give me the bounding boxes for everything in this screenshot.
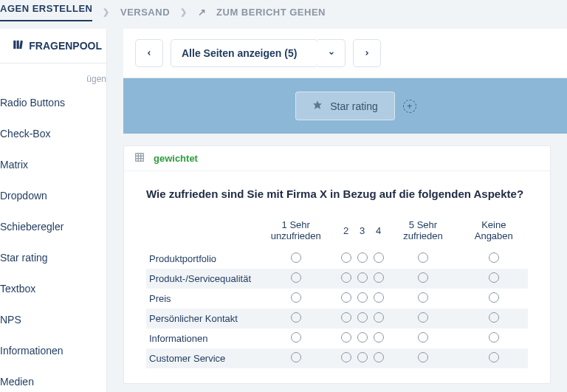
question-header: gewichtet xyxy=(124,146,550,171)
sidebar-item-nps[interactable]: NPS xyxy=(0,304,106,335)
matrix-row: Produktportfolio xyxy=(146,249,528,269)
sidebar-item-label: Check-Box xyxy=(0,128,50,140)
sidebar-item-textbox[interactable]: Textbox xyxy=(0,273,106,304)
matrix-row-label: Informationen xyxy=(146,329,254,348)
add-question-icon[interactable]: + xyxy=(403,100,416,113)
svg-rect-1 xyxy=(17,41,19,49)
matrix-radio[interactable] xyxy=(291,272,301,283)
matrix-radio[interactable] xyxy=(341,352,351,362)
matrix-radio[interactable] xyxy=(357,272,368,283)
matrix-col-header: Keine Angaben xyxy=(460,215,528,249)
matrix-radio[interactable] xyxy=(357,292,368,303)
matrix-col-header: 4 xyxy=(371,215,387,249)
matrix-radio[interactable] xyxy=(489,292,499,303)
matrix-radio[interactable] xyxy=(357,332,368,343)
insert-question-band: Star rating + xyxy=(123,78,567,134)
matrix-row: Persönlicher Kontakt xyxy=(146,309,528,329)
breadcrumb-create[interactable]: AGEN ERSTELLEN xyxy=(0,3,92,21)
question-pool-icon xyxy=(13,39,24,52)
matrix-radio[interactable] xyxy=(341,252,351,263)
sidebar-title: FRAGENPOOL xyxy=(29,40,102,52)
prev-page-button[interactable] xyxy=(135,39,163,67)
matrix-radio[interactable] xyxy=(374,252,384,263)
sidebar: FRAGENPOOL ügen Radio Buttons Check-Box … xyxy=(0,29,107,392)
breadcrumb-send[interactable]: VERSAND xyxy=(120,7,170,18)
matrix-table: 1 Sehr unzufrieden 2 3 4 5 Sehr zufriede… xyxy=(146,215,528,368)
breadcrumb-report[interactable]: ZUM BERICHT GEHEN xyxy=(216,7,326,18)
sidebar-item-informationen[interactable]: Informationen xyxy=(0,335,106,366)
next-page-button[interactable] xyxy=(353,39,381,67)
sidebar-item-check-box[interactable]: Check-Box xyxy=(0,118,106,149)
matrix-row-label: Produktportfolio xyxy=(146,249,254,269)
matrix-radio[interactable] xyxy=(374,332,384,343)
matrix-radio[interactable] xyxy=(291,352,301,362)
sidebar-item-label: NPS xyxy=(0,314,21,326)
matrix-col-header: 3 xyxy=(354,215,371,249)
matrix-radio[interactable] xyxy=(357,252,368,263)
matrix-radio[interactable] xyxy=(341,272,351,283)
matrix-radio[interactable] xyxy=(489,272,499,283)
matrix-radio[interactable] xyxy=(418,312,428,323)
sidebar-section-label: ügen xyxy=(0,63,106,87)
sidebar-list: Radio Buttons Check-Box Matrix Dropdown … xyxy=(0,87,106,392)
sidebar-item-label: Schieberegler xyxy=(0,221,63,233)
matrix-radio[interactable] xyxy=(374,272,384,283)
matrix-row: Informationen xyxy=(146,329,528,348)
matrix-row: Customer Service xyxy=(146,348,528,368)
matrix-radio[interactable] xyxy=(418,332,428,343)
star-rating-pill[interactable]: Star rating + xyxy=(295,92,395,120)
svg-rect-0 xyxy=(13,41,16,49)
matrix-radio[interactable] xyxy=(291,252,301,263)
matrix-radio[interactable] xyxy=(374,292,384,303)
matrix-radio[interactable] xyxy=(418,272,428,283)
matrix-radio[interactable] xyxy=(291,312,301,323)
matrix-row-label: Customer Service xyxy=(146,348,254,368)
matrix-row: Preis xyxy=(146,289,528,309)
sidebar-item-label: Radio Buttons xyxy=(0,97,65,109)
matrix-radio[interactable] xyxy=(357,312,368,323)
sidebar-item-label: Textbox xyxy=(0,283,35,295)
sidebar-item-matrix[interactable]: Matrix xyxy=(0,149,106,180)
sidebar-item-dropdown[interactable]: Dropdown xyxy=(0,180,106,211)
matrix-col-header: 1 Sehr unzufrieden xyxy=(254,215,337,249)
matrix-radio[interactable] xyxy=(489,252,499,263)
matrix-row-label: Preis xyxy=(146,289,254,309)
sidebar-item-label: Star rating xyxy=(0,252,48,264)
sidebar-item-star-rating[interactable]: Star rating xyxy=(0,242,106,273)
question-title: Wie zufrieden sind Sie mit Firma X in Be… xyxy=(146,188,528,200)
matrix-radio[interactable] xyxy=(489,312,499,323)
matrix-radio[interactable] xyxy=(357,352,368,362)
sidebar-item-radio-buttons[interactable]: Radio Buttons xyxy=(0,87,106,118)
matrix-radio[interactable] xyxy=(341,332,351,343)
matrix-radio[interactable] xyxy=(418,252,428,263)
matrix-radio[interactable] xyxy=(374,352,384,362)
page-selector-dropdown[interactable] xyxy=(317,39,346,67)
svg-rect-2 xyxy=(19,41,23,49)
matrix-radio[interactable] xyxy=(489,352,499,362)
sidebar-item-slider[interactable]: Schieberegler xyxy=(0,211,106,242)
matrix-radio[interactable] xyxy=(291,332,301,343)
sidebar-item-label: Dropdown xyxy=(0,190,47,202)
matrix-radio[interactable] xyxy=(291,292,301,303)
sidebar-item-medien[interactable]: Medien xyxy=(0,366,106,392)
page-selector-label: Alle Seiten anzeigen (5) xyxy=(182,47,297,59)
matrix-row-label: Persönlicher Kontakt xyxy=(146,309,254,329)
matrix-radio[interactable] xyxy=(489,332,499,343)
matrix-radio[interactable] xyxy=(418,352,428,362)
question-card-matrix: gewichtet Wie zufrieden sind Sie mit Fir… xyxy=(123,145,551,384)
matrix-row-label: Produkt-/Servicequalität xyxy=(146,269,254,289)
sidebar-item-label: Informationen xyxy=(0,345,63,357)
matrix-radio[interactable] xyxy=(374,312,384,323)
matrix-radio[interactable] xyxy=(341,312,351,323)
external-link-icon: ↗ xyxy=(198,7,207,18)
main-content: Alle Seiten anzeigen (5) Star rating + xyxy=(107,29,567,392)
breadcrumb: AGEN ERSTELLEN ❯ VERSAND ❯ ↗ ZUM BERICHT… xyxy=(0,0,567,29)
matrix-radio[interactable] xyxy=(341,292,351,303)
question-type-label: gewichtet xyxy=(154,153,198,164)
matrix-col-header: 5 Sehr zufrieden xyxy=(387,215,460,249)
matrix-radio[interactable] xyxy=(418,292,428,303)
sidebar-item-label: Matrix xyxy=(0,159,28,171)
star-icon xyxy=(312,100,323,112)
page-selector[interactable]: Alle Seiten anzeigen (5) xyxy=(171,39,318,67)
matrix-icon xyxy=(134,152,145,165)
